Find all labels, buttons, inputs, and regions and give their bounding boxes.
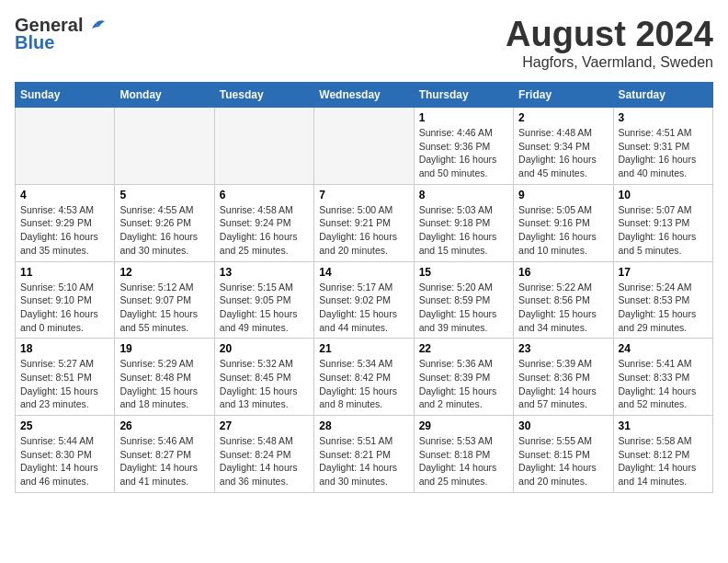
col-header-wednesday: Wednesday xyxy=(314,83,414,108)
calendar-day-cell: 3Sunrise: 4:51 AM Sunset: 9:31 PM Daylig… xyxy=(613,108,712,185)
calendar-day-cell: 13Sunrise: 5:15 AM Sunset: 9:05 PM Dayli… xyxy=(214,261,313,339)
day-info: Sunrise: 5:27 AM Sunset: 8:51 PM Dayligh… xyxy=(20,357,109,411)
calendar-day-cell: 14Sunrise: 5:17 AM Sunset: 9:02 PM Dayli… xyxy=(314,261,414,339)
calendar-week-row: 18Sunrise: 5:27 AM Sunset: 8:51 PM Dayli… xyxy=(16,339,713,416)
day-number: 13 xyxy=(220,266,309,279)
calendar-day-cell xyxy=(16,108,115,185)
location: Hagfors, Vaermland, Sweden xyxy=(506,54,713,71)
calendar-day-cell: 22Sunrise: 5:36 AM Sunset: 8:39 PM Dayli… xyxy=(414,339,513,416)
calendar-day-cell: 28Sunrise: 5:51 AM Sunset: 8:21 PM Dayli… xyxy=(314,416,414,493)
calendar-week-row: 1Sunrise: 4:46 AM Sunset: 9:36 PM Daylig… xyxy=(16,108,713,185)
day-number: 17 xyxy=(619,266,708,279)
day-number: 9 xyxy=(518,189,608,201)
calendar: SundayMondayTuesdayWednesdayThursdayFrid… xyxy=(15,82,713,493)
day-number: 10 xyxy=(619,189,708,201)
day-number: 11 xyxy=(20,266,109,279)
calendar-day-cell: 19Sunrise: 5:29 AM Sunset: 8:48 PM Dayli… xyxy=(115,339,214,416)
day-number: 1 xyxy=(419,111,508,124)
day-info: Sunrise: 5:41 AM Sunset: 8:33 PM Dayligh… xyxy=(619,357,708,411)
calendar-day-cell: 9Sunrise: 5:05 AM Sunset: 9:16 PM Daylig… xyxy=(514,184,613,261)
calendar-day-cell: 24Sunrise: 5:41 AM Sunset: 8:33 PM Dayli… xyxy=(613,339,712,416)
day-number: 2 xyxy=(518,111,608,124)
day-info: Sunrise: 5:34 AM Sunset: 8:42 PM Dayligh… xyxy=(319,357,408,411)
calendar-day-cell: 4Sunrise: 4:53 AM Sunset: 9:29 PM Daylig… xyxy=(16,184,115,261)
day-info: Sunrise: 4:51 AM Sunset: 9:31 PM Dayligh… xyxy=(619,126,708,180)
calendar-day-cell: 30Sunrise: 5:55 AM Sunset: 8:15 PM Dayli… xyxy=(514,416,613,493)
day-number: 31 xyxy=(619,419,708,432)
month-title: August 2024 xyxy=(506,15,713,54)
day-info: Sunrise: 5:48 AM Sunset: 8:24 PM Dayligh… xyxy=(220,434,309,488)
day-info: Sunrise: 5:44 AM Sunset: 8:30 PM Dayligh… xyxy=(20,434,109,488)
col-header-sunday: Sunday xyxy=(16,83,115,108)
calendar-week-row: 11Sunrise: 5:10 AM Sunset: 9:10 PM Dayli… xyxy=(16,261,713,339)
calendar-day-cell: 12Sunrise: 5:12 AM Sunset: 9:07 PM Dayli… xyxy=(115,261,214,339)
day-number: 5 xyxy=(119,189,209,201)
calendar-week-row: 4Sunrise: 4:53 AM Sunset: 9:29 PM Daylig… xyxy=(16,184,713,261)
col-header-saturday: Saturday xyxy=(613,83,712,108)
day-number: 3 xyxy=(619,111,708,124)
calendar-header-row: SundayMondayTuesdayWednesdayThursdayFrid… xyxy=(16,83,713,108)
day-number: 25 xyxy=(20,419,109,432)
day-info: Sunrise: 5:24 AM Sunset: 8:53 PM Dayligh… xyxy=(619,281,708,335)
day-info: Sunrise: 5:03 AM Sunset: 9:18 PM Dayligh… xyxy=(419,203,508,258)
day-info: Sunrise: 5:15 AM Sunset: 9:05 PM Dayligh… xyxy=(220,281,309,335)
calendar-day-cell: 29Sunrise: 5:53 AM Sunset: 8:18 PM Dayli… xyxy=(414,416,513,493)
col-header-monday: Monday xyxy=(115,83,214,108)
calendar-day-cell: 11Sunrise: 5:10 AM Sunset: 9:10 PM Dayli… xyxy=(16,261,115,339)
calendar-day-cell xyxy=(115,108,214,185)
day-info: Sunrise: 5:20 AM Sunset: 8:59 PM Dayligh… xyxy=(419,281,508,335)
day-info: Sunrise: 4:46 AM Sunset: 9:36 PM Dayligh… xyxy=(419,126,508,180)
day-number: 4 xyxy=(20,189,109,201)
calendar-day-cell: 31Sunrise: 5:58 AM Sunset: 8:12 PM Dayli… xyxy=(613,416,712,493)
calendar-day-cell: 6Sunrise: 4:58 AM Sunset: 9:24 PM Daylig… xyxy=(214,184,313,261)
day-info: Sunrise: 5:05 AM Sunset: 9:16 PM Dayligh… xyxy=(518,203,608,258)
calendar-day-cell: 27Sunrise: 5:48 AM Sunset: 8:24 PM Dayli… xyxy=(214,416,313,493)
day-info: Sunrise: 5:58 AM Sunset: 8:12 PM Dayligh… xyxy=(619,434,708,488)
calendar-day-cell: 15Sunrise: 5:20 AM Sunset: 8:59 PM Dayli… xyxy=(414,261,513,339)
calendar-day-cell: 2Sunrise: 4:48 AM Sunset: 9:34 PM Daylig… xyxy=(514,108,613,185)
day-info: Sunrise: 5:12 AM Sunset: 9:07 PM Dayligh… xyxy=(119,281,209,335)
day-info: Sunrise: 5:51 AM Sunset: 8:21 PM Dayligh… xyxy=(319,434,408,488)
day-info: Sunrise: 4:58 AM Sunset: 9:24 PM Dayligh… xyxy=(220,203,309,258)
day-number: 20 xyxy=(220,342,309,355)
logo-bird-icon xyxy=(86,17,107,34)
calendar-day-cell: 23Sunrise: 5:39 AM Sunset: 8:36 PM Dayli… xyxy=(514,339,613,416)
calendar-day-cell: 26Sunrise: 5:46 AM Sunset: 8:27 PM Dayli… xyxy=(115,416,214,493)
day-number: 18 xyxy=(20,342,109,355)
calendar-day-cell: 20Sunrise: 5:32 AM Sunset: 8:45 PM Dayli… xyxy=(214,339,313,416)
day-info: Sunrise: 5:53 AM Sunset: 8:18 PM Dayligh… xyxy=(419,434,508,488)
day-number: 29 xyxy=(419,419,508,432)
day-number: 16 xyxy=(518,266,608,279)
day-info: Sunrise: 5:07 AM Sunset: 9:13 PM Dayligh… xyxy=(619,203,708,258)
day-number: 6 xyxy=(220,189,309,201)
logo-blue-text: Blue xyxy=(15,32,54,53)
calendar-day-cell: 17Sunrise: 5:24 AM Sunset: 8:53 PM Dayli… xyxy=(613,261,712,339)
day-number: 30 xyxy=(518,419,608,432)
day-info: Sunrise: 5:22 AM Sunset: 8:56 PM Dayligh… xyxy=(518,281,608,335)
day-number: 23 xyxy=(518,342,608,355)
calendar-week-row: 25Sunrise: 5:44 AM Sunset: 8:30 PM Dayli… xyxy=(16,416,713,493)
calendar-day-cell: 5Sunrise: 4:55 AM Sunset: 9:26 PM Daylig… xyxy=(115,184,214,261)
calendar-day-cell: 16Sunrise: 5:22 AM Sunset: 8:56 PM Dayli… xyxy=(514,261,613,339)
day-info: Sunrise: 4:48 AM Sunset: 9:34 PM Dayligh… xyxy=(518,126,608,180)
day-number: 7 xyxy=(319,189,408,201)
day-number: 15 xyxy=(419,266,508,279)
day-info: Sunrise: 5:17 AM Sunset: 9:02 PM Dayligh… xyxy=(319,281,408,335)
day-info: Sunrise: 5:29 AM Sunset: 8:48 PM Dayligh… xyxy=(119,357,209,411)
calendar-day-cell: 10Sunrise: 5:07 AM Sunset: 9:13 PM Dayli… xyxy=(613,184,712,261)
day-number: 27 xyxy=(220,419,309,432)
day-number: 24 xyxy=(619,342,708,355)
day-number: 19 xyxy=(119,342,209,355)
day-number: 22 xyxy=(419,342,508,355)
day-number: 28 xyxy=(319,419,408,432)
day-info: Sunrise: 5:55 AM Sunset: 8:15 PM Dayligh… xyxy=(518,434,608,488)
day-info: Sunrise: 5:46 AM Sunset: 8:27 PM Dayligh… xyxy=(119,434,209,488)
day-info: Sunrise: 5:39 AM Sunset: 8:36 PM Dayligh… xyxy=(518,357,608,411)
calendar-day-cell: 18Sunrise: 5:27 AM Sunset: 8:51 PM Dayli… xyxy=(16,339,115,416)
col-header-tuesday: Tuesday xyxy=(214,83,313,108)
day-info: Sunrise: 5:32 AM Sunset: 8:45 PM Dayligh… xyxy=(220,357,309,411)
day-number: 12 xyxy=(119,266,209,279)
calendar-day-cell: 25Sunrise: 5:44 AM Sunset: 8:30 PM Dayli… xyxy=(16,416,115,493)
day-info: Sunrise: 4:55 AM Sunset: 9:26 PM Dayligh… xyxy=(119,203,209,258)
calendar-day-cell: 1Sunrise: 4:46 AM Sunset: 9:36 PM Daylig… xyxy=(414,108,513,185)
